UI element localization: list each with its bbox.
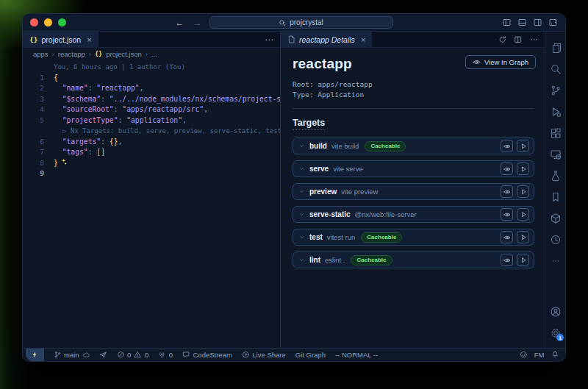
remote-explorer-icon[interactable] — [545, 143, 565, 165]
close-tab-icon[interactable]: × — [361, 35, 365, 44]
settings-icon[interactable]: 1 — [545, 322, 565, 343]
code-text: "name": "reactapp", — [54, 83, 144, 94]
status-label: CodeStream — [193, 351, 232, 359]
nx-console-icon[interactable] — [545, 207, 565, 229]
go-back-button[interactable]: ← — [176, 18, 184, 28]
project-root: Root: apps/reactapp — [293, 79, 536, 90]
status-problems[interactable]: 00 — [117, 349, 149, 361]
bookmarks-icon[interactable] — [545, 186, 565, 207]
run-target-button[interactable] — [517, 254, 529, 266]
zoom-window-button[interactable] — [58, 18, 66, 26]
refresh-icon[interactable] — [498, 35, 507, 44]
toggle-panel-icon[interactable] — [517, 18, 527, 27]
status-notifications[interactable] — [551, 349, 559, 361]
expand-target-icon[interactable] — [298, 143, 305, 149]
more-icon[interactable] — [545, 250, 565, 271]
run-target-button[interactable] — [517, 185, 529, 198]
expand-target-icon[interactable] — [298, 257, 305, 263]
tab-label: reactapp Details — [299, 35, 355, 44]
editor-group-left: {} project.json × ⋯ apps›reactapp›{}proj… — [23, 32, 281, 348]
expand-target-icon[interactable] — [298, 211, 305, 218]
code-text: "$schema": "../../node_modules/nx/schema… — [54, 94, 280, 105]
more-tabs-icon[interactable]: ⋯ — [258, 32, 280, 47]
breadcrumb-item[interactable]: apps — [33, 50, 49, 58]
target-name: lint — [309, 256, 320, 264]
run-target-button[interactable] — [517, 163, 529, 175]
status-git-branch[interactable]: main — [54, 349, 90, 361]
history-navigation: ← → — [176, 18, 202, 28]
status-codestream[interactable]: CodeStream — [182, 349, 232, 361]
breadcrumb-item[interactable]: ... — [151, 50, 157, 58]
run-target-button[interactable] — [517, 208, 529, 221]
status-vim-mode[interactable]: -- NORMAL -- — [335, 349, 378, 361]
target-row-test[interactable]: testvitest runCacheable — [293, 229, 534, 246]
tab-reactapp-details[interactable]: reactapp Details × — [281, 32, 373, 47]
history-icon[interactable] — [545, 229, 565, 250]
account-icon[interactable] — [545, 301, 565, 322]
customize-layout-icon[interactable] — [548, 18, 558, 27]
target-row-preview[interactable]: previewvite preview — [293, 183, 534, 200]
run-target-button[interactable] — [517, 140, 529, 152]
close-tab-icon[interactable]: × — [87, 35, 91, 44]
run-debug-icon[interactable] — [545, 101, 565, 122]
source-control-icon[interactable] — [545, 79, 565, 101]
go-forward-button[interactable]: → — [193, 18, 202, 28]
status-broadcast[interactable]: 0 — [158, 349, 173, 361]
file-icon — [287, 35, 295, 43]
view-in-graph-button[interactable]: View In Graph — [465, 55, 536, 69]
breadcrumb-separator: › — [146, 50, 148, 58]
target-row-serve[interactable]: servevite serve — [293, 160, 534, 177]
target-row-lint[interactable]: linteslint .Cacheable — [293, 251, 534, 268]
show-target-config-button[interactable] — [501, 208, 513, 221]
targets-heading: Targets — [293, 118, 325, 130]
code-editor[interactable]: You, 6 hours ago | 1 author (You)1{2 "na… — [23, 60, 280, 348]
split-editor-icon[interactable] — [514, 35, 523, 44]
line-number: 4 — [23, 104, 54, 115]
status-bar: main000CodeStreamLive ShareGit Graph-- N… — [23, 348, 565, 361]
nx-targets-codelens: ▷ Nx Targets: build, serve, preview, ser… — [54, 126, 280, 137]
breadcrumb-item[interactable]: project.json — [106, 50, 142, 58]
toggle-primary-sidebar-icon[interactable] — [502, 18, 512, 27]
status-remote-indicator[interactable] — [26, 349, 44, 361]
cacheable-badge: Cacheable — [361, 232, 402, 243]
breadcrumb-item[interactable]: reactapp — [58, 50, 85, 58]
breadcrumb-separator: › — [89, 50, 91, 58]
status-fm[interactable]: FM — [534, 349, 545, 361]
status-live-share[interactable]: Live Share — [242, 349, 286, 361]
show-target-config-button[interactable] — [501, 185, 513, 198]
minimize-window-button[interactable] — [44, 18, 52, 26]
expand-target-icon[interactable] — [298, 234, 305, 240]
run-target-button[interactable] — [517, 231, 529, 243]
show-target-config-button[interactable] — [501, 140, 513, 152]
close-window-button[interactable] — [30, 18, 38, 26]
search-icon[interactable] — [545, 58, 565, 79]
status-feedback[interactable] — [520, 349, 528, 361]
editor-actions — [492, 32, 545, 47]
status-copilot[interactable] — [99, 349, 107, 361]
extensions-icon[interactable] — [545, 122, 565, 143]
line-number: 8 — [23, 158, 54, 169]
more-actions-icon[interactable] — [530, 35, 539, 44]
code-line: 8} — [23, 158, 280, 169]
eye-icon — [503, 188, 511, 196]
expand-target-icon[interactable] — [298, 188, 305, 195]
explorer-icon[interactable] — [545, 37, 565, 58]
show-target-config-button[interactable] — [501, 163, 513, 175]
window-controls — [30, 18, 66, 26]
command-center-search[interactable]: projcrystal — [209, 16, 393, 29]
broadcast-icon — [158, 351, 166, 359]
editor-group-right: reactapp Details × reactapp View In Grap… — [281, 32, 545, 348]
expand-target-icon[interactable] — [298, 165, 305, 172]
plane-icon — [99, 351, 107, 359]
show-target-config-button[interactable] — [501, 231, 513, 243]
show-target-config-button[interactable] — [501, 254, 513, 266]
target-row-serve-static[interactable]: serve-static@nx/web:file-server — [293, 206, 534, 223]
toggle-secondary-sidebar-icon[interactable] — [533, 18, 542, 27]
status-git-graph[interactable]: Git Graph — [295, 349, 326, 361]
tab-project-json[interactable]: {} project.json × — [23, 32, 99, 47]
status-label: Git Graph — [295, 351, 326, 359]
search-icon — [279, 19, 286, 26]
testing-icon[interactable] — [545, 165, 565, 186]
target-name: preview — [309, 188, 337, 196]
target-row-build[interactable]: buildvite buildCacheable — [293, 138, 534, 154]
